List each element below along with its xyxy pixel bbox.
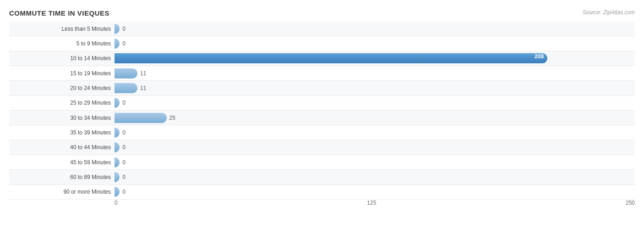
bar-label: 15 to 19 Minutes [9,70,115,77]
bar-value: 11 [140,85,146,91]
bar-track: 11 [115,66,635,80]
bar-fill-zero [115,157,120,167]
x-axis-label: 0 [115,200,118,206]
bar-fill: 208 [115,53,547,63]
bar-label: 20 to 24 Minutes [9,85,115,91]
bar-row: 35 to 39 Minutes0 [9,125,635,140]
bar-fill-zero [115,24,120,34]
chart-area: Less than 5 Minutes05 to 9 Minutes010 to… [9,22,635,211]
bar-value: 0 [122,129,126,136]
bar-row: 5 to 9 Minutes0 [9,36,635,51]
bar-track: 0 [115,22,635,36]
bar-fill [115,68,137,78]
bar-fill-zero [115,128,120,138]
bar-value-inside: 208 [535,53,544,60]
bar-track: 0 [115,36,635,50]
source-text: Source: ZipAtlas.com [583,9,635,16]
x-axis: 0125250 [115,200,635,211]
bar-fill [115,83,137,93]
bar-label: 40 to 44 Minutes [9,144,115,151]
bar-value: 11 [140,70,146,77]
bar-row: 20 to 24 Minutes11 [9,81,635,95]
bar-value: 0 [122,189,126,195]
bar-label: Less than 5 Minutes [9,26,115,32]
bar-value: 0 [122,40,126,47]
bar-value: 0 [122,26,126,32]
chart-container: COMMUTE TIME IN VIEQUES Source: ZipAtlas… [0,0,644,240]
bar-track: 208 [115,51,635,66]
bar-row: 30 to 34 Minutes25 [9,111,635,125]
bar-label: 45 to 59 Minutes [9,159,115,166]
bar-value: 0 [122,144,126,151]
bar-row: 60 to 89 Minutes0 [9,170,635,184]
bar-row: 45 to 59 Minutes0 [9,155,635,170]
bar-label: 90 or more Minutes [9,189,115,195]
bar-value: 0 [122,174,126,180]
chart-title: COMMUTE TIME IN VIEQUES [9,9,635,17]
bar-row: Less than 5 Minutes0 [9,22,635,36]
bar-fill-zero [115,187,120,197]
bar-track: 0 [115,140,635,155]
bar-label: 25 to 29 Minutes [9,100,115,106]
x-axis-label: 250 [626,200,635,206]
bar-track: 0 [115,96,635,110]
bar-value: 25 [169,115,175,121]
bar-fill-zero [115,142,120,152]
bars-wrapper: Less than 5 Minutes05 to 9 Minutes010 to… [9,22,635,200]
x-axis-label: 125 [367,200,376,206]
bar-label: 5 to 9 Minutes [9,40,115,47]
bar-value: 0 [122,159,126,166]
bar-label: 35 to 39 Minutes [9,129,115,136]
bar-row: 25 to 29 Minutes0 [9,96,635,111]
bar-fill-zero [115,98,120,108]
bar-row: 15 to 19 Minutes11 [9,66,635,81]
bar-track: 0 [115,155,635,169]
bar-label: 60 to 89 Minutes [9,174,115,180]
bar-track: 11 [115,81,635,95]
bar-fill-zero [115,172,120,182]
bar-label: 10 to 14 Minutes [9,55,115,61]
bar-value: 0 [122,100,126,106]
bar-track: 0 [115,185,635,199]
bar-row: 10 to 14 Minutes208 [9,51,635,66]
bar-track: 0 [115,125,635,140]
bar-track: 25 [115,111,635,125]
bar-fill [115,113,167,123]
bar-label: 30 to 34 Minutes [9,115,115,121]
bar-row: 40 to 44 Minutes0 [9,140,635,155]
bar-fill-zero [115,39,120,49]
bar-row: 90 or more Minutes0 [9,185,635,200]
bar-track: 0 [115,170,635,184]
